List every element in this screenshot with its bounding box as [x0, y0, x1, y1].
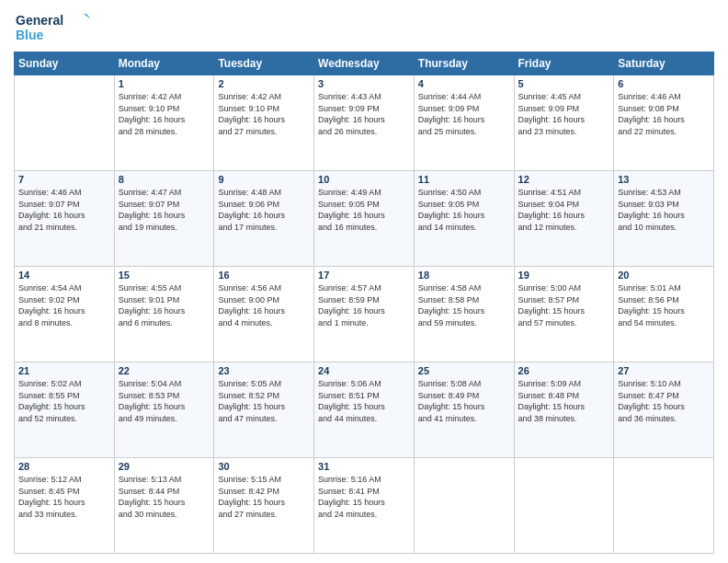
day-info: Sunrise: 5:04 AM Sunset: 8:53 PM Dayligh… — [119, 378, 210, 424]
calendar-cell: 18Sunrise: 4:58 AM Sunset: 8:58 PM Dayli… — [414, 267, 514, 362]
calendar-cell: 30Sunrise: 5:15 AM Sunset: 8:42 PM Dayli… — [214, 458, 314, 554]
page: General Blue SundayMondayTuesdayWednesda… — [0, 0, 728, 563]
day-number: 30 — [218, 461, 310, 472]
day-number: 13 — [618, 174, 710, 185]
day-number: 23 — [218, 365, 310, 376]
calendar-cell: 5Sunrise: 4:45 AM Sunset: 9:09 PM Daylig… — [514, 75, 614, 171]
day-info: Sunrise: 4:55 AM Sunset: 9:01 PM Dayligh… — [119, 282, 210, 328]
day-number: 18 — [418, 270, 510, 281]
week-row-1: 1Sunrise: 4:42 AM Sunset: 9:10 PM Daylig… — [15, 75, 714, 171]
day-number: 12 — [518, 174, 610, 185]
calendar-cell: 9Sunrise: 4:48 AM Sunset: 9:06 PM Daylig… — [214, 171, 314, 267]
calendar-cell: 7Sunrise: 4:46 AM Sunset: 9:07 PM Daylig… — [15, 171, 115, 267]
day-info: Sunrise: 4:43 AM Sunset: 9:09 PM Dayligh… — [318, 91, 410, 137]
day-number: 25 — [418, 365, 510, 376]
day-info: Sunrise: 4:54 AM Sunset: 9:02 PM Dayligh… — [18, 282, 110, 328]
day-info: Sunrise: 4:57 AM Sunset: 8:59 PM Dayligh… — [318, 282, 410, 328]
weekday-header-monday: Monday — [114, 52, 214, 75]
day-number: 21 — [18, 365, 110, 376]
calendar-cell: 19Sunrise: 5:00 AM Sunset: 8:57 PM Dayli… — [514, 267, 614, 362]
day-info: Sunrise: 5:01 AM Sunset: 8:56 PM Dayligh… — [618, 282, 710, 328]
calendar-cell: 14Sunrise: 4:54 AM Sunset: 9:02 PM Dayli… — [15, 267, 115, 362]
weekday-header-tuesday: Tuesday — [214, 52, 314, 75]
day-info: Sunrise: 5:12 AM Sunset: 8:45 PM Dayligh… — [18, 474, 110, 520]
day-info: Sunrise: 5:09 AM Sunset: 8:48 PM Dayligh… — [518, 378, 610, 424]
day-number: 3 — [318, 78, 410, 89]
calendar-cell: 3Sunrise: 4:43 AM Sunset: 9:09 PM Daylig… — [314, 75, 415, 171]
day-number: 2 — [218, 78, 310, 89]
week-row-4: 21Sunrise: 5:02 AM Sunset: 8:55 PM Dayli… — [15, 362, 714, 458]
day-info: Sunrise: 5:05 AM Sunset: 8:52 PM Dayligh… — [218, 378, 310, 424]
day-info: Sunrise: 4:47 AM Sunset: 9:07 PM Dayligh… — [119, 187, 210, 233]
calendar-cell — [414, 458, 514, 554]
calendar-cell: 2Sunrise: 4:42 AM Sunset: 9:10 PM Daylig… — [214, 75, 314, 171]
day-info: Sunrise: 5:13 AM Sunset: 8:44 PM Dayligh… — [119, 474, 210, 520]
day-info: Sunrise: 4:46 AM Sunset: 9:07 PM Dayligh… — [18, 187, 110, 233]
svg-text:General: General — [16, 13, 63, 28]
day-info: Sunrise: 5:15 AM Sunset: 8:42 PM Dayligh… — [218, 474, 310, 520]
day-number: 28 — [18, 461, 110, 472]
day-number: 6 — [618, 78, 710, 89]
calendar-cell: 26Sunrise: 5:09 AM Sunset: 8:48 PM Dayli… — [514, 362, 614, 458]
day-info: Sunrise: 4:56 AM Sunset: 9:00 PM Dayligh… — [218, 282, 310, 328]
day-number: 27 — [618, 365, 710, 376]
calendar-cell: 4Sunrise: 4:44 AM Sunset: 9:09 PM Daylig… — [414, 75, 514, 171]
header: General Blue — [14, 9, 714, 46]
day-info: Sunrise: 4:48 AM Sunset: 9:06 PM Dayligh… — [218, 187, 310, 233]
day-info: Sunrise: 4:51 AM Sunset: 9:04 PM Dayligh… — [518, 187, 610, 233]
calendar-cell: 25Sunrise: 5:08 AM Sunset: 8:49 PM Dayli… — [414, 362, 514, 458]
calendar-cell: 8Sunrise: 4:47 AM Sunset: 9:07 PM Daylig… — [114, 171, 214, 267]
day-info: Sunrise: 4:53 AM Sunset: 9:03 PM Dayligh… — [618, 187, 710, 233]
day-number: 26 — [518, 365, 610, 376]
day-number: 20 — [618, 270, 710, 281]
day-info: Sunrise: 4:50 AM Sunset: 9:05 PM Dayligh… — [418, 187, 510, 233]
calendar-cell: 27Sunrise: 5:10 AM Sunset: 8:47 PM Dayli… — [614, 362, 714, 458]
weekday-header-friday: Friday — [514, 52, 614, 75]
day-info: Sunrise: 4:58 AM Sunset: 8:58 PM Dayligh… — [418, 282, 510, 328]
day-number: 15 — [119, 270, 210, 281]
weekday-header-sunday: Sunday — [15, 52, 115, 75]
day-number: 4 — [418, 78, 510, 89]
week-row-3: 14Sunrise: 4:54 AM Sunset: 9:02 PM Dayli… — [15, 267, 714, 362]
svg-marker-1 — [84, 14, 91, 19]
day-number: 9 — [218, 174, 310, 185]
day-number: 1 — [119, 78, 210, 89]
day-info: Sunrise: 4:42 AM Sunset: 9:10 PM Dayligh… — [119, 91, 210, 137]
calendar-cell — [614, 458, 714, 554]
day-number: 11 — [418, 174, 510, 185]
day-number: 8 — [119, 174, 210, 185]
day-number: 14 — [18, 270, 110, 281]
weekday-header-thursday: Thursday — [414, 52, 514, 75]
day-number: 7 — [18, 174, 110, 185]
calendar-cell: 12Sunrise: 4:51 AM Sunset: 9:04 PM Dayli… — [514, 171, 614, 267]
day-number: 24 — [318, 365, 410, 376]
logo-svg: General Blue — [14, 9, 97, 46]
calendar-cell: 1Sunrise: 4:42 AM Sunset: 9:10 PM Daylig… — [114, 75, 214, 171]
calendar-cell: 23Sunrise: 5:05 AM Sunset: 8:52 PM Dayli… — [214, 362, 314, 458]
day-info: Sunrise: 5:08 AM Sunset: 8:49 PM Dayligh… — [418, 378, 510, 424]
day-info: Sunrise: 4:44 AM Sunset: 9:09 PM Dayligh… — [418, 91, 510, 137]
calendar-cell: 11Sunrise: 4:50 AM Sunset: 9:05 PM Dayli… — [414, 171, 514, 267]
day-number: 10 — [318, 174, 410, 185]
day-number: 16 — [218, 270, 310, 281]
weekday-header-row: SundayMondayTuesdayWednesdayThursdayFrid… — [15, 52, 714, 75]
day-info: Sunrise: 5:06 AM Sunset: 8:51 PM Dayligh… — [318, 378, 410, 424]
day-number: 29 — [119, 461, 210, 472]
day-number: 22 — [119, 365, 210, 376]
calendar-cell: 16Sunrise: 4:56 AM Sunset: 9:00 PM Dayli… — [214, 267, 314, 362]
calendar-cell: 6Sunrise: 4:46 AM Sunset: 9:08 PM Daylig… — [614, 75, 714, 171]
calendar-cell — [514, 458, 614, 554]
day-number: 19 — [518, 270, 610, 281]
calendar-cell: 10Sunrise: 4:49 AM Sunset: 9:05 PM Dayli… — [314, 171, 415, 267]
day-info: Sunrise: 5:16 AM Sunset: 8:41 PM Dayligh… — [318, 474, 410, 520]
weekday-header-wednesday: Wednesday — [314, 52, 415, 75]
calendar-cell: 29Sunrise: 5:13 AM Sunset: 8:44 PM Dayli… — [114, 458, 214, 554]
day-info: Sunrise: 5:02 AM Sunset: 8:55 PM Dayligh… — [18, 378, 110, 424]
day-info: Sunrise: 4:49 AM Sunset: 9:05 PM Dayligh… — [318, 187, 410, 233]
calendar-cell: 17Sunrise: 4:57 AM Sunset: 8:59 PM Dayli… — [314, 267, 415, 362]
day-info: Sunrise: 5:00 AM Sunset: 8:57 PM Dayligh… — [518, 282, 610, 328]
calendar-cell: 13Sunrise: 4:53 AM Sunset: 9:03 PM Dayli… — [614, 171, 714, 267]
calendar-cell: 20Sunrise: 5:01 AM Sunset: 8:56 PM Dayli… — [614, 267, 714, 362]
calendar-table: SundayMondayTuesdayWednesdayThursdayFrid… — [14, 52, 714, 554]
day-number: 5 — [518, 78, 610, 89]
